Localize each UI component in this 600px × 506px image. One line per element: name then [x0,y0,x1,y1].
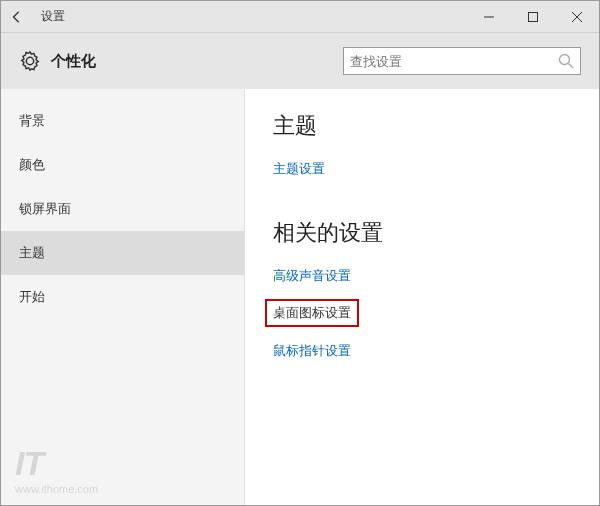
sidebar-item-label: 开始 [19,288,45,306]
section-title-themes: 主题 [273,111,599,141]
link-advanced-sound[interactable]: 高级声音设置 [273,267,351,285]
search-box[interactable] [343,47,581,75]
section-title-related: 相关的设置 [273,218,599,248]
gear-icon [19,50,41,72]
sidebar-item-lockscreen[interactable]: 锁屏界面 [1,187,244,231]
sidebar-item-background[interactable]: 背景 [1,99,244,143]
page-heading: 个性化 [51,52,96,71]
minimize-button[interactable] [467,1,511,33]
search-input[interactable] [350,54,558,69]
titlebar: 设置 [1,1,599,33]
sidebar: 背景 颜色 锁屏界面 主题 开始 [1,89,245,505]
sidebar-item-label: 颜色 [19,156,45,174]
sidebar-item-label: 主题 [19,244,45,262]
link-desktop-icons[interactable]: 桌面图标设置 [265,299,359,327]
sidebar-item-themes[interactable]: 主题 [1,231,244,275]
svg-point-4 [560,55,570,65]
svg-line-5 [569,64,574,69]
link-mouse-pointer[interactable]: 鼠标指针设置 [273,342,351,360]
sidebar-item-colors[interactable]: 颜色 [1,143,244,187]
link-theme-settings[interactable]: 主题设置 [273,160,325,178]
sidebar-item-label: 背景 [19,112,45,130]
window-controls [467,1,599,33]
header: 个性化 [1,33,599,89]
sidebar-item-label: 锁屏界面 [19,200,71,218]
search-icon [558,53,574,69]
close-button[interactable] [555,1,599,33]
back-button[interactable] [1,1,33,33]
svg-rect-1 [529,12,538,21]
maximize-button[interactable] [511,1,555,33]
body: 背景 颜色 锁屏界面 主题 开始 主题 主题设置 相关的设置 高级声音设置 桌面… [1,89,599,505]
sidebar-item-start[interactable]: 开始 [1,275,244,319]
content: 主题 主题设置 相关的设置 高级声音设置 桌面图标设置 鼠标指针设置 [245,89,599,505]
window-title: 设置 [33,8,65,25]
